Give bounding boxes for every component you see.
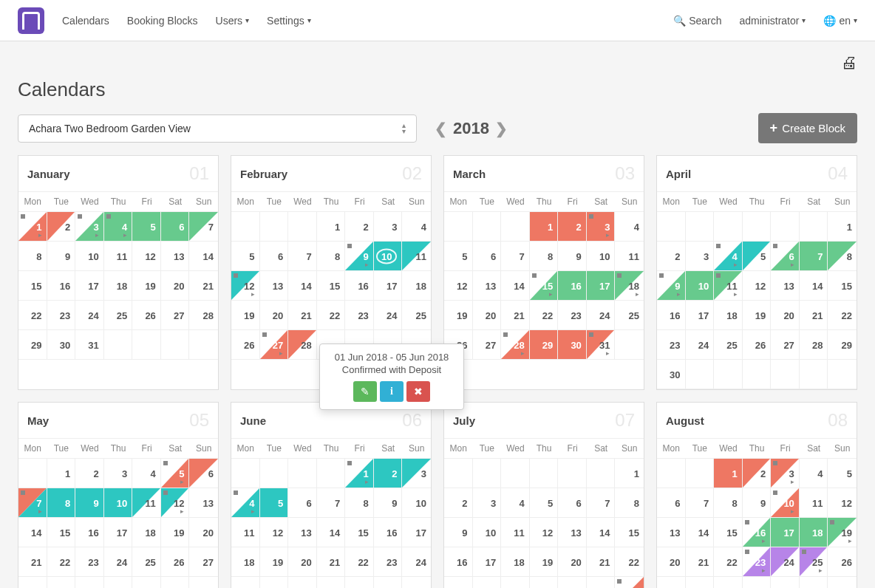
day-cell[interactable]: 2 xyxy=(558,212,587,242)
day-cell[interactable]: 26 xyxy=(132,301,161,330)
day-cell[interactable]: 21 xyxy=(317,547,346,577)
day-cell[interactable]: 23 xyxy=(657,330,686,360)
year-prev-button[interactable]: ❮ xyxy=(435,120,447,137)
day-cell[interactable]: 6 xyxy=(161,212,190,242)
day-cell[interactable]: 14 xyxy=(501,271,530,301)
day-cell[interactable]: 12 xyxy=(444,271,473,301)
day-cell[interactable]: 14 xyxy=(800,271,828,301)
day-cell[interactable]: 11 xyxy=(402,242,431,271)
day-cell[interactable]: 22 xyxy=(18,301,47,330)
day-cell[interactable]: 11 xyxy=(231,518,260,547)
day-cell[interactable]: 10 xyxy=(374,242,403,271)
tooltip-info-button[interactable]: i xyxy=(380,381,404,402)
day-cell[interactable]: ▸3 xyxy=(587,212,616,242)
day-cell[interactable]: 3 xyxy=(686,242,715,271)
day-cell[interactable]: 5 xyxy=(132,212,161,242)
day-cell[interactable]: 26 xyxy=(530,577,559,588)
day-cell[interactable]: 3 xyxy=(473,488,502,518)
day-cell[interactable]: ▸16 xyxy=(743,518,772,547)
day-cell[interactable]: 14 xyxy=(288,271,317,301)
day-cell[interactable]: 8 xyxy=(345,488,374,518)
day-cell[interactable]: 15 xyxy=(615,518,644,547)
day-cell[interactable]: 10 xyxy=(587,242,616,271)
print-button[interactable]: 🖨 xyxy=(18,53,857,72)
day-cell[interactable]: 23 xyxy=(558,301,587,330)
day-cell[interactable]: 10 xyxy=(104,488,133,518)
day-cell[interactable]: ▸▸7 xyxy=(18,488,47,518)
property-select[interactable]: Achara Two Bedroom Garden View ▴▾ xyxy=(18,114,417,143)
day-cell[interactable]: 19 xyxy=(132,271,161,301)
day-cell[interactable]: 13 xyxy=(288,518,317,547)
day-cell[interactable]: 29 xyxy=(345,577,374,588)
day-cell[interactable]: ▸4 xyxy=(714,242,743,271)
day-cell[interactable]: 17 xyxy=(771,518,800,547)
day-cell[interactable]: ▸4 xyxy=(231,488,260,518)
day-cell[interactable]: 16 xyxy=(657,301,686,330)
day-cell[interactable]: 19 xyxy=(161,518,190,547)
day-cell[interactable]: 17 xyxy=(473,547,502,577)
day-cell[interactable]: 18 xyxy=(800,518,828,547)
day-cell[interactable]: 27 xyxy=(161,301,190,330)
day-cell[interactable]: 15 xyxy=(714,518,743,547)
day-cell[interactable]: 23 xyxy=(47,301,76,330)
day-cell[interactable]: 9 xyxy=(75,488,104,518)
day-cell[interactable]: 25 xyxy=(714,330,743,360)
day-cell[interactable]: 27 xyxy=(473,330,502,360)
day-cell[interactable]: 24 xyxy=(771,547,800,577)
day-cell[interactable]: 29 xyxy=(714,577,743,588)
day-cell[interactable]: 25 xyxy=(104,301,133,330)
day-cell[interactable]: 21 xyxy=(288,301,317,330)
day-cell[interactable]: 7 xyxy=(189,212,218,242)
day-cell[interactable]: 4 xyxy=(615,212,644,242)
day-cell[interactable]: 6 xyxy=(288,488,317,518)
day-cell[interactable]: 13 xyxy=(657,518,686,547)
day-cell[interactable]: 20 xyxy=(558,547,587,577)
day-cell[interactable]: 23 xyxy=(444,577,473,588)
day-cell[interactable]: 2 xyxy=(374,459,403,488)
day-cell[interactable]: 15 xyxy=(345,518,374,547)
day-cell[interactable]: 10 xyxy=(402,488,431,518)
day-cell[interactable]: ▸31 xyxy=(587,330,616,360)
day-cell[interactable]: ▸28 xyxy=(501,330,530,360)
day-cell[interactable]: 13 xyxy=(771,271,800,301)
day-cell[interactable]: 21 xyxy=(189,271,218,301)
day-cell[interactable]: 14 xyxy=(189,242,218,271)
day-cell[interactable]: 16 xyxy=(374,518,403,547)
day-cell[interactable]: 25 xyxy=(402,301,431,330)
day-cell[interactable]: 28 xyxy=(800,330,828,360)
day-cell[interactable]: 16 xyxy=(444,547,473,577)
day-cell[interactable]: 22 xyxy=(530,301,559,330)
day-cell[interactable]: ▸11 xyxy=(714,271,743,301)
day-cell[interactable]: 14 xyxy=(587,518,616,547)
day-cell[interactable]: 26 xyxy=(743,330,772,360)
day-cell[interactable]: 29 xyxy=(18,330,47,360)
day-cell[interactable]: 26 xyxy=(231,330,260,360)
day-cell[interactable]: ▸12 xyxy=(161,488,190,518)
day-cell[interactable]: 16 xyxy=(75,518,104,547)
day-cell[interactable]: ▸29 xyxy=(615,577,644,588)
day-cell[interactable]: 5 xyxy=(743,242,772,271)
day-cell[interactable]: 1 xyxy=(47,459,76,488)
day-cell[interactable]: 7 xyxy=(288,242,317,271)
day-cell[interactable]: 15 xyxy=(828,271,857,301)
day-cell[interactable]: ▸1 xyxy=(18,212,47,242)
year-next-button[interactable]: ❯ xyxy=(495,120,508,137)
day-cell[interactable]: 24 xyxy=(402,547,431,577)
day-cell[interactable]: 21 xyxy=(501,301,530,330)
day-cell[interactable]: 27 xyxy=(771,330,800,360)
day-cell[interactable]: 24 xyxy=(473,577,502,588)
day-cell[interactable]: 31 xyxy=(771,577,800,588)
day-cell[interactable]: 8 xyxy=(317,242,346,271)
day-cell[interactable]: 30 xyxy=(47,330,76,360)
day-cell[interactable]: ▸3 xyxy=(771,459,800,488)
day-cell[interactable]: 20 xyxy=(189,518,218,547)
day-cell[interactable]: 4 xyxy=(800,459,828,488)
day-cell[interactable]: 1 xyxy=(530,212,559,242)
day-cell[interactable]: ▸5 xyxy=(161,459,190,488)
day-cell[interactable]: 18 xyxy=(104,271,133,301)
day-cell[interactable]: 14 xyxy=(18,518,47,547)
day-cell[interactable]: 22 xyxy=(828,301,857,330)
day-cell[interactable]: 11 xyxy=(104,242,133,271)
day-cell[interactable]: ▸4 xyxy=(104,212,133,242)
day-cell[interactable]: 20 xyxy=(288,547,317,577)
